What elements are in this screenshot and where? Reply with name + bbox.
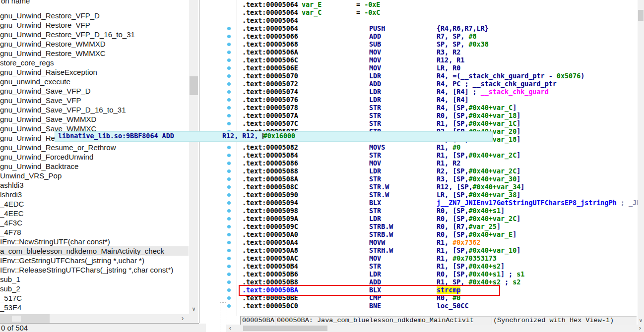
instruction-address: .text:000050C0 [242, 302, 298, 310]
status-sync: (Synchronized with Hex View-1) [493, 317, 614, 325]
instruction-operands: R1, [SP,#0x40+var_1C] [437, 120, 520, 128]
instruction-operands: LR, [SP,#0x40+var_38] [437, 191, 520, 199]
instruction-operands: R0, [SP,#0x40+var_E] [437, 231, 516, 239]
scroll-down-arrow-icon[interactable]: ∨ [189, 304, 198, 314]
instruction-mnemonic: LDR [369, 215, 381, 223]
instruction-dot-icon [227, 146, 231, 149]
instruction-operands: R2, [SP,#0x40+var_2C] [437, 167, 520, 175]
instruction-mnemonic: STR.W [369, 183, 389, 191]
instruction-address: .text:00005088 [242, 167, 298, 175]
instruction-mnemonic: MOV [369, 49, 381, 56]
scroll-right-arrow-icon[interactable]: › [178, 314, 188, 323]
instruction-address: .text:0000509C [242, 223, 298, 231]
instruction-mnemonic: BNE [369, 302, 381, 310]
instruction-dot-icon [227, 90, 231, 94]
dock-outline [227, 307, 233, 332]
status-divider [275, 317, 275, 325]
instruction-dot-icon [227, 217, 231, 221]
instruction-mnemonic: LDR [369, 96, 381, 104]
instruction-address: .text:00005066 [242, 33, 298, 41]
instruction-mnemonic: STRB.W [369, 223, 393, 231]
instruction-operands: R1, #0 [437, 144, 460, 152]
instruction-operands: R0, [SP,#0x40+var_2C] [437, 215, 520, 223]
scroll-down-arrow-icon[interactable]: ∨ [638, 316, 644, 325]
instruction-address: .text:0000506C [242, 56, 298, 64]
functions-status-text: 0 of 504 [0, 324, 206, 332]
instruction-operands: R3, R2 [437, 49, 460, 56]
instruction-operands: R4, [R4] ; __stack_chk_guard [437, 88, 549, 96]
instruction-address: .text:000050B6 [242, 271, 298, 278]
instruction-mnemonic: ADD [369, 80, 381, 88]
instruction-mnemonic: MOV [369, 160, 381, 167]
scrollbar-thumb[interactable] [638, 10, 644, 21]
instruction-dot-icon [227, 58, 231, 62]
instruction-address: .text:00005074 [242, 88, 298, 96]
instruction-dot-icon [227, 35, 231, 38]
instruction-operands: = -0xE [356, 1, 380, 9]
instruction-dot-icon [227, 193, 231, 197]
instruction-address: .text:000050A8 [242, 247, 298, 255]
tooltip-operand-text: R12, R12, #0x16000 [222, 132, 295, 140]
instruction-address: .text:000050AC [242, 255, 298, 263]
scrollbar-thumb[interactable] [243, 326, 327, 331]
instruction-mnemonic: BLX [369, 199, 381, 207]
instruction-address: .text:0000507A [242, 112, 298, 120]
instruction-mnemonic: LDR [369, 271, 381, 278]
tooltip-address-text: libnative_lib.so:9BBF8064 ADD [58, 132, 174, 140]
instruction-mnemonic: ADD [369, 33, 381, 41]
instruction-mnemonic: SUB [369, 41, 381, 49]
instruction-address: .text:00005086 [242, 160, 298, 167]
status-context: 000050BA: Java_com_bluelesson_ndkdemo_Ma… [277, 317, 474, 325]
instruction-dot-icon [227, 106, 231, 110]
instruction-operands: j__ZN7_JNIEnv17GetStringUTFCharsEP8_jstr… [437, 199, 638, 207]
scroll-right-arrow-icon[interactable]: › [637, 325, 644, 332]
functions-vertical-scrollbar[interactable]: ∨ [189, 0, 198, 314]
instruction-dot-icon [227, 74, 231, 78]
instruction-operands: R1, R2 [437, 160, 460, 167]
instruction-mnemonic: STR [369, 112, 381, 120]
instruction-address: .text:00005082 [242, 144, 298, 152]
instruction-address: .text:0000506E [242, 64, 298, 72]
instruction-dot-icon [227, 154, 231, 157]
disassembly-horizontal-scrollbar[interactable]: ‹ › [226, 325, 644, 332]
instruction-address: .text:00005076 [242, 96, 298, 104]
instruction-dot-icon [227, 177, 231, 181]
instruction-address: .text:00005084 [242, 152, 298, 160]
instruction-mnemonic: MOVW [369, 239, 385, 247]
instruction-address: .text:00005064 [242, 1, 298, 9]
instruction-dot-icon [227, 249, 231, 252]
instruction-operands: R1, #0x7362 [437, 239, 481, 247]
scrollbar-thumb[interactable] [190, 76, 198, 95]
instruction-dot-icon [227, 185, 231, 189]
instruction-dot-icon [227, 273, 231, 276]
instruction-dot-icon [227, 225, 231, 228]
instruction-address: .text:000050A4 [242, 239, 298, 247]
scrollbar-thumb[interactable] [0, 314, 50, 323]
instruction-mnemonic: MOV [369, 64, 381, 72]
instruction-mnemonic: LDR [369, 167, 381, 175]
instruction-operands: loc_50CC [437, 302, 469, 310]
instruction-mnemonic: MOVS [369, 144, 385, 152]
instruction-operands: R0, [SP,#0x40+var_18] [437, 112, 520, 120]
disassembly-vertical-scrollbar[interactable] [638, 0, 644, 316]
instruction-dot-icon [227, 98, 231, 102]
instruction-mnemonic: STR [369, 104, 381, 112]
instruction-address: .text:0000506A [242, 49, 298, 56]
instruction-address: .text:00005068 [242, 41, 298, 49]
instruction-operands: R0, [R7,#var_25] [437, 223, 501, 231]
instruction-mnemonic: STR [369, 263, 381, 271]
instruction-operands: SP, SP, #0x38 [437, 41, 489, 49]
instruction-operands: R7, SP, #8 [437, 33, 477, 41]
instruction-operands: R1, [SP,#0x40+s2] [437, 263, 505, 271]
instruction-operands: R0, [SP,#0x40+s1] ; s1 [437, 271, 524, 278]
instruction-address: .text:00005064 [242, 9, 298, 17]
instruction-dot-icon [227, 169, 231, 173]
instruction-dot-icon [227, 209, 231, 213]
instruction-dot-icon [227, 27, 231, 30]
status-divider [492, 317, 492, 325]
functions-horizontal-scrollbar[interactable]: › [0, 314, 198, 323]
instruction-mnemonic: STR [369, 175, 381, 183]
disassembly-view: .text:00005064var_E= -0xE.text:00005064v… [0, 0, 638, 316]
instruction-dot-icon [227, 51, 231, 54]
instruction-dot-icon [227, 257, 231, 260]
